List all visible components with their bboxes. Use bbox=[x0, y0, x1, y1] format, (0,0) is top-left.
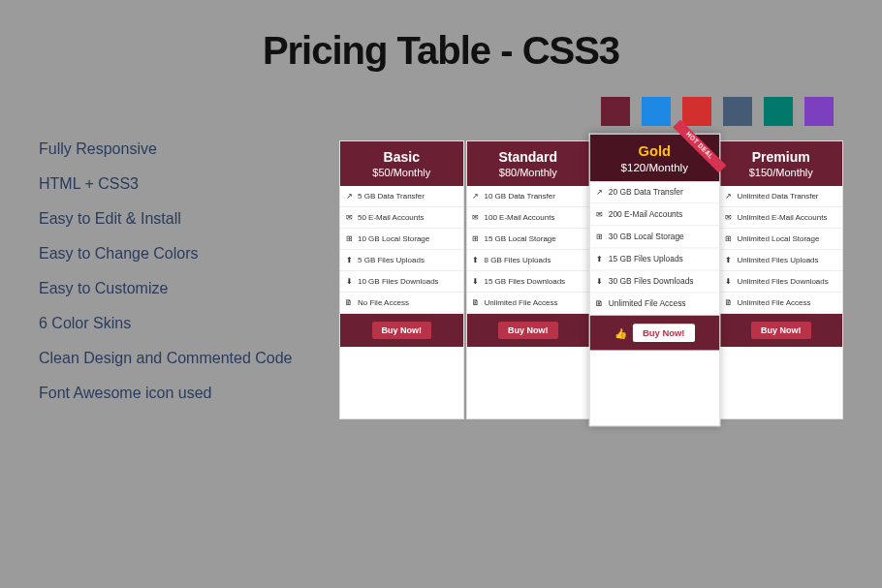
plan-feature-item: ↗20 GB Data Transfer bbox=[590, 181, 719, 203]
feature-icon: ⊞ bbox=[471, 234, 481, 243]
pricing-plan-premium: Premium$150/Monthly↗Unlimited Data Trans… bbox=[719, 140, 844, 419]
feature-text: Unlimited Local Storage bbox=[738, 234, 820, 243]
plan-feature-item: ⊞10 GB Local Storage bbox=[340, 229, 463, 250]
feature-text: 15 GB Files Downloads bbox=[485, 277, 566, 286]
plan-feature-item: ↗10 GB Data Transfer bbox=[467, 186, 590, 207]
feature-icon: 🗎 bbox=[471, 298, 481, 307]
feature-item: Clean Design and Commented Code bbox=[39, 350, 310, 367]
feature-icon: ⊞ bbox=[594, 232, 605, 241]
feature-icon: ✉ bbox=[344, 213, 354, 222]
feature-text: Unlimited E-Mail Accounts bbox=[738, 213, 828, 222]
feature-text: 30 GB Files Downloads bbox=[609, 277, 694, 286]
feature-icon: ⬆ bbox=[594, 255, 605, 263]
plan-feature-item: ⊞Unlimited Local Storage bbox=[720, 229, 843, 250]
plan-feature-list: ↗Unlimited Data Transfer✉Unlimited E-Mai… bbox=[720, 186, 843, 314]
feature-icon: ⬆ bbox=[344, 256, 354, 264]
feature-text: Unlimited File Access bbox=[738, 298, 811, 307]
feature-icon: ↗ bbox=[724, 192, 734, 201]
plan-footer: 👍Buy Now! bbox=[590, 316, 719, 351]
color-swatch-1[interactable] bbox=[642, 97, 671, 126]
feature-item: HTML + CSS3 bbox=[39, 175, 310, 193]
plan-feature-list: ↗10 GB Data Transfer✉100 E-Mail Accounts… bbox=[467, 186, 590, 314]
plan-price: $120/Monthly bbox=[594, 161, 714, 173]
feature-item: Fully Responsive bbox=[39, 140, 310, 158]
feature-text: Unlimited File Access bbox=[485, 298, 558, 307]
plan-feature-item: ✉100 E-Mail Accounts bbox=[467, 207, 590, 229]
color-swatch-4[interactable] bbox=[764, 97, 793, 126]
feature-icon: 🗎 bbox=[594, 299, 605, 308]
buy-now-button[interactable]: Buy Now! bbox=[372, 322, 432, 339]
buy-now-button[interactable]: Buy Now! bbox=[632, 324, 695, 342]
color-swatch-5[interactable] bbox=[804, 97, 834, 126]
feature-item: 6 Color Skins bbox=[39, 315, 310, 332]
plan-price: $80/Monthly bbox=[471, 167, 586, 178]
feature-text: 10 GB Local Storage bbox=[358, 234, 429, 243]
plan-footer: Buy Now! bbox=[340, 314, 463, 347]
plan-feature-item: 🗎Unlimited File Access bbox=[720, 293, 843, 314]
feature-text: 100 E-Mail Accounts bbox=[485, 213, 555, 222]
plan-feature-item: ⊞30 GB Local Storage bbox=[590, 226, 719, 248]
feature-text: 200 E-Mail Accounts bbox=[609, 210, 683, 219]
feature-icon: 🗎 bbox=[344, 298, 354, 307]
feature-text: 15 GB Local Storage bbox=[485, 234, 556, 243]
feature-icon: ⬇ bbox=[724, 277, 734, 286]
buy-now-button[interactable]: Buy Now! bbox=[751, 322, 811, 339]
plan-feature-item: ⬇10 GB Files Downloads bbox=[340, 271, 463, 293]
plan-price: $50/Monthly bbox=[344, 167, 459, 178]
feature-icon: ↗ bbox=[344, 192, 354, 201]
page-title: Pricing Table - CSS3 bbox=[39, 29, 843, 73]
plan-name: Basic bbox=[344, 149, 459, 165]
feature-icon: 🗎 bbox=[724, 298, 734, 307]
pricing-plan-gold: HOT DEALGold$120/Monthly↗20 GB Data Tran… bbox=[589, 134, 720, 426]
feature-text: 50 E-Mail Accounts bbox=[358, 213, 424, 222]
plan-footer: Buy Now! bbox=[467, 314, 590, 347]
plan-feature-item: 🗎No File Access bbox=[340, 293, 463, 314]
plan-name: Standard bbox=[471, 149, 586, 165]
feature-icon: ⬆ bbox=[471, 256, 481, 264]
feature-text: 5 GB Data Transfer bbox=[358, 192, 425, 201]
feature-text: Unlimited File Access bbox=[609, 299, 686, 308]
pricing-plan-basic: Basic$50/Monthly↗5 GB Data Transfer✉50 E… bbox=[339, 140, 464, 419]
feature-icon: ✉ bbox=[594, 210, 605, 219]
feature-text: Unlimited Files Downloads bbox=[738, 277, 829, 286]
feature-text: 5 GB Files Uploads bbox=[358, 256, 425, 264]
feature-text: 10 GB Files Downloads bbox=[358, 277, 439, 286]
plan-feature-item: ↗Unlimited Data Transfer bbox=[720, 186, 843, 207]
color-swatch-3[interactable] bbox=[723, 97, 752, 126]
feature-icon: ⊞ bbox=[724, 234, 734, 243]
feature-text: Unlimited Data Transfer bbox=[738, 192, 819, 201]
feature-item: Easy to Edit & Install bbox=[39, 210, 310, 228]
plan-feature-item: ⬇Unlimited Files Downloads bbox=[720, 271, 843, 293]
plan-feature-item: ↗5 GB Data Transfer bbox=[340, 186, 463, 207]
feature-icon: ✉ bbox=[471, 213, 481, 222]
feature-text: 20 GB Data Transfer bbox=[609, 187, 683, 196]
buy-now-button[interactable]: Buy Now! bbox=[498, 322, 558, 339]
color-swatches bbox=[39, 97, 834, 126]
feature-icon: ⊞ bbox=[344, 234, 354, 243]
feature-text: 15 GB Files Uploads bbox=[609, 255, 683, 263]
feature-icon: ⬇ bbox=[594, 277, 605, 286]
plan-header: Basic$50/Monthly bbox=[340, 141, 463, 186]
feature-icon: ↗ bbox=[594, 187, 605, 196]
plan-feature-list: ↗20 GB Data Transfer✉200 E-Mail Accounts… bbox=[590, 181, 719, 316]
pricing-table: Basic$50/Monthly↗5 GB Data Transfer✉50 E… bbox=[339, 140, 843, 419]
color-swatch-2[interactable] bbox=[682, 97, 711, 126]
plan-feature-item: ⬆15 GB Files Uploads bbox=[590, 248, 719, 270]
plan-feature-list: ↗5 GB Data Transfer✉50 E-Mail Accounts⊞1… bbox=[340, 186, 463, 314]
feature-text: 30 GB Local Storage bbox=[609, 232, 684, 241]
feature-item: Easy to Change Colors bbox=[39, 245, 310, 263]
plan-feature-item: 🗎Unlimited File Access bbox=[467, 293, 590, 314]
plan-feature-item: 🗎Unlimited File Access bbox=[590, 294, 719, 316]
feature-icon: ↗ bbox=[471, 192, 481, 201]
color-swatch-0[interactable] bbox=[601, 97, 630, 126]
plan-header: Standard$80/Monthly bbox=[467, 141, 590, 186]
plan-price: $150/Monthly bbox=[724, 167, 839, 178]
plan-footer: Buy Now! bbox=[720, 314, 843, 347]
pricing-plan-standard: Standard$80/Monthly↗10 GB Data Transfer✉… bbox=[466, 140, 591, 419]
feature-item: Easy to Customize bbox=[39, 280, 310, 297]
feature-icon: ⬇ bbox=[471, 277, 481, 286]
feature-item: Font Awesome icon used bbox=[39, 385, 310, 402]
feature-icon: ⬇ bbox=[344, 277, 354, 286]
feature-icon: ⬆ bbox=[724, 256, 734, 264]
plan-feature-item: ⬆8 GB Files Uploads bbox=[467, 250, 590, 271]
